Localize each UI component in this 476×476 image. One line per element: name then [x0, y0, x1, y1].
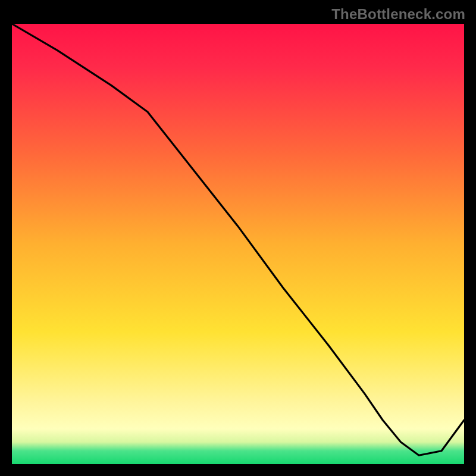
plot-area	[12, 24, 464, 464]
watermark-text: TheBottleneck.com	[331, 6, 465, 23]
chart-frame: TheBottleneck.com	[0, 0, 476, 476]
background-gradient	[12, 24, 464, 464]
